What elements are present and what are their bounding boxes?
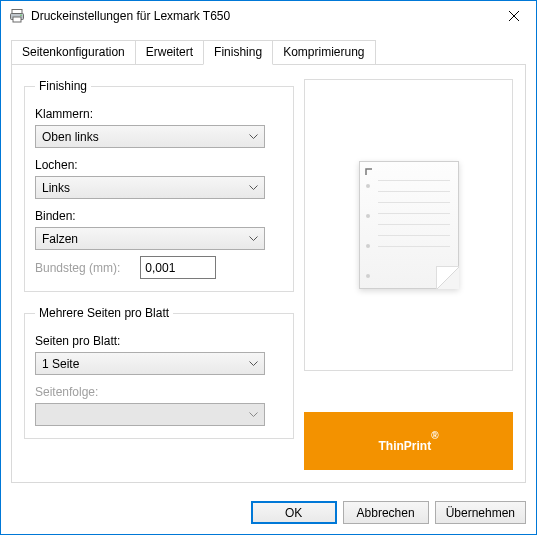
brand-logo: ThinPrint® bbox=[378, 426, 438, 457]
punch-value: Links bbox=[42, 181, 70, 195]
pps-value: 1 Seite bbox=[42, 357, 79, 371]
gutter-input[interactable] bbox=[140, 256, 216, 279]
brand-banner: ThinPrint® bbox=[304, 412, 513, 470]
titlebar: Druckeinstellungen für Lexmark T650 bbox=[1, 1, 536, 31]
staple-value: Oben links bbox=[42, 130, 99, 144]
bind-label: Binden: bbox=[35, 209, 283, 223]
order-label: Seitenfolge: bbox=[35, 385, 283, 399]
chevron-down-icon bbox=[249, 412, 258, 418]
left-column: Finishing Klammern: Oben links Lochen: L… bbox=[24, 79, 294, 470]
punch-label: Lochen: bbox=[35, 158, 283, 172]
gutter-row: Bundsteg (mm): bbox=[35, 256, 283, 279]
printer-icon bbox=[9, 8, 25, 24]
page-preview bbox=[359, 161, 459, 289]
staple-select[interactable]: Oben links bbox=[35, 125, 265, 148]
svg-rect-2 bbox=[13, 17, 21, 22]
cancel-button[interactable]: Abbrechen bbox=[343, 501, 429, 524]
dialog-window: Druckeinstellungen für Lexmark T650 Seit… bbox=[0, 0, 537, 535]
staple-icon bbox=[364, 166, 376, 178]
chevron-down-icon bbox=[249, 185, 258, 191]
finishing-legend: Finishing bbox=[35, 79, 91, 93]
tab-page-config[interactable]: Seitenkonfiguration bbox=[11, 40, 136, 65]
order-select bbox=[35, 403, 265, 426]
bind-select[interactable]: Falzen bbox=[35, 227, 265, 250]
content-area: Seitenkonfiguration Erweitert Finishing … bbox=[1, 31, 536, 493]
close-button[interactable] bbox=[491, 1, 536, 31]
tab-advanced[interactable]: Erweitert bbox=[135, 40, 204, 65]
tab-strip: Seitenkonfiguration Erweitert Finishing … bbox=[11, 39, 526, 64]
nup-group: Mehrere Seiten pro Blatt Seiten pro Blat… bbox=[24, 306, 294, 439]
bind-value: Falzen bbox=[42, 232, 78, 246]
punch-select[interactable]: Links bbox=[35, 176, 265, 199]
pps-label: Seiten pro Blatt: bbox=[35, 334, 283, 348]
punch-holes bbox=[366, 184, 370, 278]
finishing-group: Finishing Klammern: Oben links Lochen: L… bbox=[24, 79, 294, 292]
button-bar: OK Abbrechen Übernehmen bbox=[1, 493, 536, 534]
tab-compression[interactable]: Komprimierung bbox=[272, 40, 375, 65]
right-column: ThinPrint® bbox=[304, 79, 513, 470]
nup-legend: Mehrere Seiten pro Blatt bbox=[35, 306, 173, 320]
page-lines bbox=[378, 180, 450, 257]
ok-button[interactable]: OK bbox=[251, 501, 337, 524]
close-icon bbox=[509, 11, 519, 21]
tab-panel-finishing: Finishing Klammern: Oben links Lochen: L… bbox=[11, 64, 526, 483]
chevron-down-icon bbox=[249, 361, 258, 367]
tab-finishing[interactable]: Finishing bbox=[203, 40, 273, 65]
chevron-down-icon bbox=[249, 236, 258, 242]
svg-rect-0 bbox=[12, 10, 22, 14]
window-title: Druckeinstellungen für Lexmark T650 bbox=[31, 9, 491, 23]
pps-select[interactable]: 1 Seite bbox=[35, 352, 265, 375]
apply-button[interactable]: Übernehmen bbox=[435, 501, 526, 524]
preview-pane bbox=[304, 79, 513, 371]
svg-point-3 bbox=[20, 15, 22, 17]
gutter-label: Bundsteg (mm): bbox=[35, 261, 120, 275]
staple-label: Klammern: bbox=[35, 107, 283, 121]
chevron-down-icon bbox=[249, 134, 258, 140]
